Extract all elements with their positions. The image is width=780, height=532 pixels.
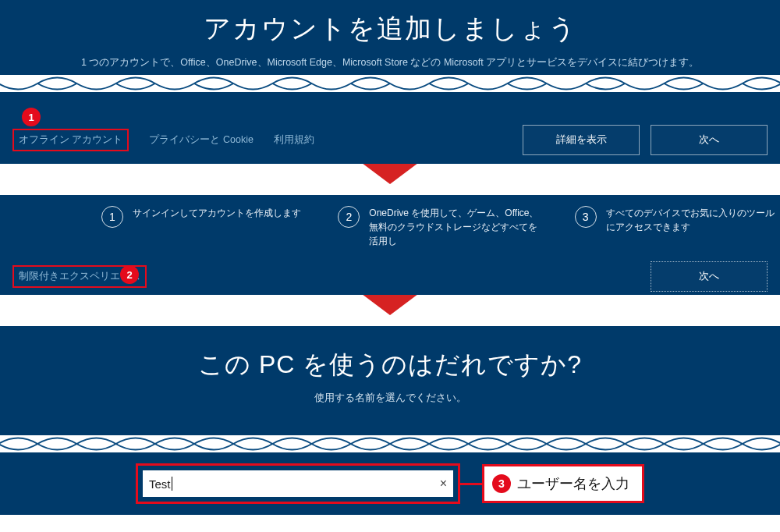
- torn-edge-2: [0, 435, 780, 452]
- next-button[interactable]: 次へ: [651, 125, 768, 155]
- username-caption-text: ユーザー名を入力: [517, 474, 629, 493]
- username-input-value: Test: [149, 477, 171, 491]
- callout-3: 3: [492, 474, 511, 493]
- footer-links: オフライン アカウント プライバシーと Cookie 利用規約: [12, 129, 314, 151]
- details-button[interactable]: 詳細を表示: [523, 125, 640, 155]
- benefit-1-text: サインインしてアカウントを作成します: [133, 206, 301, 248]
- svg-marker-1: [359, 292, 421, 315]
- panel3-title: この PC を使うのはだれですか?: [0, 326, 780, 382]
- username-input-highlight: Test ×: [136, 463, 460, 504]
- panel2-footer: 制限付きエクスペリエンス 2 次へ: [0, 257, 780, 295]
- svg-marker-0: [359, 161, 421, 184]
- panel3-subtitle: 使用する名前を選んでください。: [0, 392, 780, 405]
- benefit-1: 1 サインインしてアカウントを作成します: [101, 206, 307, 248]
- offline-account-link[interactable]: オフライン アカウント: [12, 129, 129, 151]
- benefits-row: 1 サインインしてアカウントを作成します 2 OneDrive を使用して、ゲー…: [0, 195, 780, 248]
- panel1-subtitle: 1 つのアカウントで、Office、OneDrive、Microsoft Edg…: [0, 55, 780, 70]
- benefit-3: 3 すべてのデバイスでお気に入りのツールにアクセスできます: [575, 206, 780, 248]
- text-caret: [172, 477, 172, 491]
- clear-input-icon[interactable]: ×: [440, 477, 447, 491]
- callout-connector: [460, 483, 482, 485]
- terms-link[interactable]: 利用規約: [274, 133, 314, 147]
- username-caption: 3 ユーザー名を入力: [482, 464, 644, 503]
- transition-arrow-2: [0, 295, 780, 326]
- benefits-panel: 1 サインインしてアカウントを作成します 2 OneDrive を使用して、ゲー…: [0, 195, 780, 295]
- benefit-3-num: 3: [575, 206, 597, 228]
- add-account-panel: アカウントを追加しましょう 1 つのアカウントで、Office、OneDrive…: [0, 0, 780, 164]
- username-input[interactable]: Test ×: [143, 470, 453, 497]
- benefit-2-text: OneDrive を使用して、ゲーム、Office、無料のクラウドストレージなど…: [369, 206, 543, 248]
- panel1-title: アカウントを追加しましょう: [0, 0, 780, 47]
- torn-edge: [0, 75, 780, 92]
- privacy-cookie-link[interactable]: プライバシーと Cookie: [149, 133, 253, 147]
- benefit-3-text: すべてのデバイスでお気に入りのツールにアクセスできます: [606, 206, 780, 248]
- transition-arrow-1: [0, 164, 780, 195]
- username-panel: この PC を使うのはだれですか? 使用する名前を選んでください。 Test ×…: [0, 326, 780, 515]
- panel1-footer: オフライン アカウント プライバシーと Cookie 利用規約 詳細を表示 次へ: [0, 115, 780, 164]
- benefit-1-num: 1: [101, 206, 123, 228]
- benefit-2: 2 OneDrive を使用して、ゲーム、Office、無料のクラウドストレージ…: [338, 206, 543, 248]
- username-input-row: Test × 3 ユーザー名を入力: [0, 463, 780, 504]
- benefit-2-num: 2: [338, 206, 360, 228]
- callout-2: 2: [120, 265, 139, 284]
- panel2-next-button[interactable]: 次へ: [651, 261, 768, 292]
